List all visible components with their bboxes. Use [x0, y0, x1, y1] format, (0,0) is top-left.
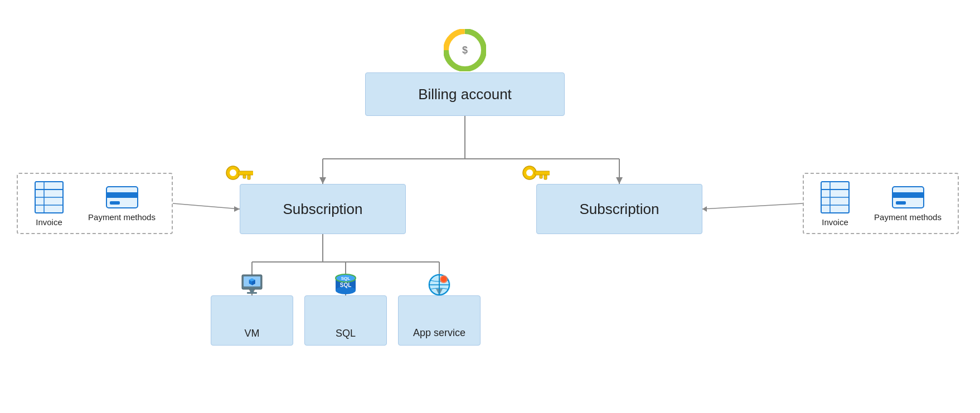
- left-invoice-item: Invoice: [34, 181, 64, 227]
- right-invoice-icon: [820, 181, 850, 214]
- svg-marker-17: [702, 206, 707, 212]
- left-payment-icon: [105, 186, 139, 209]
- svg-rect-30: [544, 175, 547, 179]
- svg-rect-26: [243, 175, 246, 178]
- svg-rect-38: [247, 292, 257, 294]
- svg-rect-67: [896, 201, 906, 205]
- svg-text:$: $: [462, 45, 468, 56]
- sql-label: SQL: [336, 328, 356, 339]
- right-invoice-item: Invoice: [820, 181, 850, 227]
- svg-marker-15: [234, 206, 240, 212]
- svg-rect-29: [535, 171, 550, 175]
- svg-rect-25: [248, 175, 250, 179]
- billing-account-label: Billing account: [418, 86, 512, 103]
- appservice-icon: [425, 273, 453, 297]
- subscription-left-box: Subscription: [240, 184, 406, 234]
- right-payment-item: Payment methods: [874, 186, 942, 222]
- svg-point-28: [526, 169, 533, 176]
- left-payment-item: Payment methods: [88, 186, 156, 222]
- right-payment-label: Payment methods: [874, 212, 942, 222]
- svg-rect-31: [540, 175, 542, 178]
- svg-rect-58: [106, 192, 138, 198]
- billing-account-box: Billing account: [365, 72, 565, 116]
- left-payment-panel: Invoice Payment methods: [17, 173, 173, 234]
- billing-donut-icon: $: [444, 29, 486, 71]
- svg-rect-24: [238, 171, 253, 175]
- svg-rect-66: [892, 192, 924, 198]
- svg-rect-59: [110, 201, 120, 205]
- left-payment-label: Payment methods: [88, 212, 156, 222]
- left-invoice-icon: [34, 181, 64, 214]
- subscription-right-box: Subscription: [536, 184, 702, 234]
- right-payment-panel: Invoice Payment methods: [803, 173, 959, 234]
- svg-point-23: [230, 169, 236, 176]
- diagram-container: $ Billing account Subscription Subsc: [0, 0, 980, 413]
- svg-text:SQL: SQL: [341, 276, 351, 281]
- svg-line-14: [173, 203, 240, 209]
- svg-line-16: [702, 203, 803, 209]
- svg-text:SQL: SQL: [340, 282, 352, 288]
- right-invoice-label: Invoice: [822, 217, 848, 227]
- svg-point-51: [441, 276, 447, 282]
- sql-resource-box: SQL SQL SQL: [304, 295, 387, 346]
- vm-icon: [240, 274, 264, 295]
- svg-marker-4: [319, 177, 326, 184]
- subscription-right-label: Subscription: [579, 201, 659, 218]
- vm-label: VM: [245, 328, 260, 339]
- sql-icon: SQL SQL: [332, 273, 360, 297]
- svg-marker-5: [616, 177, 623, 184]
- right-payment-icon: [891, 186, 925, 209]
- left-invoice-label: Invoice: [36, 217, 62, 227]
- appservice-label: App service: [413, 327, 465, 339]
- appservice-resource-box: App service: [398, 295, 481, 346]
- subscription-left-label: Subscription: [283, 201, 362, 218]
- svg-rect-37: [250, 289, 254, 292]
- vm-resource-box: VM: [211, 295, 293, 346]
